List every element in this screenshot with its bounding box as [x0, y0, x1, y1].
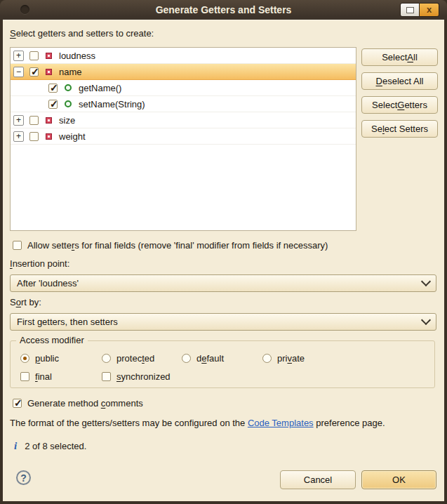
tree-row-weight[interactable]: + weight: [11, 128, 356, 145]
setname-checkbox[interactable]: [48, 100, 58, 109]
radio-protected-row: protected: [102, 353, 154, 364]
synchronized-row: synchronized: [102, 371, 171, 382]
close-icon: x: [427, 4, 432, 15]
generate-comments-label: Generate method comments: [27, 398, 143, 409]
loudness-checkbox[interactable]: [29, 51, 39, 60]
generate-comments-checkbox[interactable]: [13, 399, 22, 408]
field-icon: [46, 133, 52, 140]
cancel-button[interactable]: Cancel: [280, 470, 356, 489]
tree-row-label: setName(String): [79, 99, 145, 110]
default-radio[interactable]: [182, 354, 191, 363]
deselect-all-button[interactable]: Deselect All: [361, 72, 438, 90]
protected-radio[interactable]: [102, 354, 111, 363]
synchronized-checkbox[interactable]: [102, 372, 111, 381]
weight-checkbox[interactable]: [29, 132, 39, 141]
window-title: Generate Getters and Setters: [0, 0, 447, 20]
tree-row-size[interactable]: + size: [11, 112, 356, 128]
tree-row-loudness[interactable]: + loudness: [11, 48, 356, 64]
selection-status: i 2 of 8 selected.: [14, 440, 86, 452]
sort-by-value: First getters, then setters: [17, 317, 422, 327]
allow-setters-row: Allow setters for final fields (remove '…: [13, 240, 328, 251]
expand-icon[interactable]: +: [13, 51, 24, 61]
final-label: final: [35, 371, 52, 382]
expand-icon[interactable]: +: [13, 115, 24, 126]
window-menu-icon[interactable]: [20, 5, 29, 14]
code-templates-link[interactable]: Code Templates: [248, 418, 314, 428]
tree-section-label: Select getters and setters to create:: [10, 28, 154, 39]
allow-setters-checkbox[interactable]: [13, 241, 22, 250]
name-checkbox[interactable]: [29, 67, 39, 77]
tree-row-name[interactable]: − name: [11, 64, 356, 80]
synchronized-label: synchronized: [116, 371, 171, 382]
insertion-point-label: Insertion point:: [10, 258, 69, 269]
select-setters-button[interactable]: Select Setters: [361, 120, 438, 138]
chevron-down-icon: [421, 277, 431, 286]
sort-by-select[interactable]: First getters, then setters: [10, 313, 436, 331]
tree-row-label: size: [59, 115, 75, 126]
generate-comments-row: Generate method comments: [13, 398, 143, 409]
dialog-content: Select getters and setters to create: + …: [3, 20, 444, 501]
final-row: final: [20, 371, 52, 382]
tree-row-label: weight: [59, 131, 86, 142]
tree-row-getname[interactable]: getName(): [11, 80, 356, 96]
radio-private-row: private: [262, 353, 305, 364]
private-radio[interactable]: [262, 354, 272, 363]
final-checkbox[interactable]: [20, 372, 29, 381]
code-templates-note: The format of the getters/setters may be…: [10, 418, 385, 428]
tree-row-label: name: [59, 67, 82, 77]
method-icon: [65, 84, 72, 91]
public-label: public: [35, 353, 59, 364]
info-icon: i: [14, 440, 17, 452]
collapse-icon[interactable]: −: [13, 67, 24, 77]
ok-button[interactable]: OK: [361, 470, 436, 489]
radio-public-row: public: [20, 353, 59, 364]
default-label: default: [196, 353, 224, 364]
insertion-point-select[interactable]: After 'loudness': [10, 274, 436, 292]
close-button[interactable]: x: [420, 3, 439, 17]
select-getters-button[interactable]: Select Getters: [361, 96, 438, 114]
access-modifier-legend: Access modifier: [16, 335, 88, 345]
tree-row-label: loudness: [59, 51, 95, 61]
method-icon: [65, 100, 72, 107]
radio-default-row: default: [182, 353, 224, 364]
access-modifier-group: Access modifier public protected default…: [10, 340, 435, 388]
allow-setters-label: Allow setters for final fields (remove '…: [27, 240, 328, 251]
getters-setters-tree: + loudness − name getName() setName(Stri…: [10, 47, 356, 231]
sort-by-label: Sort by:: [10, 297, 41, 307]
field-icon: [46, 69, 52, 75]
selection-status-text: 2 of 8 selected.: [25, 441, 86, 451]
insertion-point-value: After 'loudness': [17, 278, 422, 289]
select-all-button[interactable]: Select All: [361, 48, 438, 66]
protected-label: protected: [116, 353, 154, 364]
help-button[interactable]: ?: [16, 470, 31, 485]
tree-row-setname[interactable]: setName(String): [11, 96, 356, 112]
titlebar[interactable]: Generate Getters and Setters x: [0, 0, 447, 20]
expand-icon[interactable]: +: [13, 131, 24, 142]
tree-row-label: getName(): [79, 83, 121, 93]
size-checkbox[interactable]: [29, 116, 39, 125]
chevron-down-icon: [421, 315, 431, 325]
help-icon: ?: [20, 472, 27, 484]
getname-checkbox[interactable]: [48, 84, 58, 93]
private-label: private: [277, 353, 305, 364]
generate-getters-setters-dialog: Generate Getters and Setters x Select ge…: [0, 0, 447, 504]
maximize-icon: [406, 7, 414, 13]
field-icon: [46, 53, 52, 59]
public-radio[interactable]: [20, 354, 29, 363]
field-icon: [46, 117, 52, 124]
maximize-button[interactable]: [400, 3, 420, 17]
